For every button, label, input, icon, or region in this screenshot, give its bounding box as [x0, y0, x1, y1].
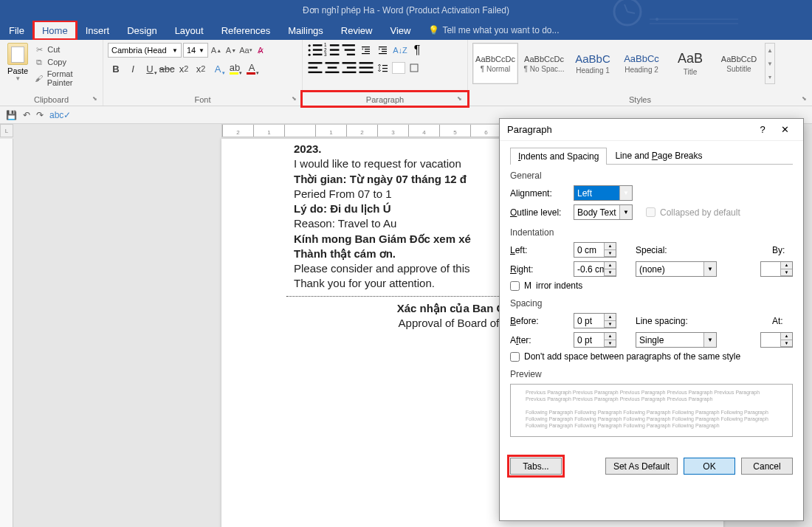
svg-rect-20 [362, 53, 370, 54]
superscript-button[interactable]: x2 [193, 61, 209, 77]
show-marks-button[interactable]: ¶ [409, 43, 425, 58]
tell-me[interactable]: 💡Tell me what you want to do... [419, 21, 568, 40]
decrease-indent-button[interactable] [358, 43, 374, 58]
svg-rect-17 [362, 46, 370, 47]
tab-layout[interactable]: Layout [166, 21, 213, 40]
align-left-button[interactable] [307, 61, 323, 75]
style-item---no-spac---[interactable]: AaBbCcDc¶ No Spac... [521, 43, 567, 84]
ok-button[interactable]: OK [684, 458, 735, 475]
group-styles: AaBbCcDc¶ NormalAaBbCcDc¶ No Spac...AaBb… [468, 40, 812, 106]
increase-indent-button[interactable] [375, 43, 391, 58]
svg-rect-13 [330, 54, 340, 55]
set-default-button[interactable]: Set As Default [605, 458, 678, 475]
tab-insert[interactable]: Insert [77, 21, 119, 40]
styles-launcher[interactable]: ⬊ [802, 95, 809, 103]
cancel-button[interactable]: Cancel [741, 458, 793, 475]
at-spinner[interactable]: ▲▼ [760, 332, 793, 348]
underline-button[interactable]: U▾ [142, 61, 158, 77]
tab-indents-spacing[interactable]: Indents and Spacing [510, 148, 607, 165]
svg-rect-23 [382, 51, 387, 52]
svg-rect-30 [326, 72, 340, 73]
after-spinner[interactable]: 0 pt▲▼ [574, 332, 616, 348]
undo-icon[interactable]: ↶ [23, 110, 30, 120]
tab-line-page-breaks[interactable]: Line and Page Breaks [607, 147, 710, 164]
font-launcher[interactable]: ⬊ [292, 95, 299, 103]
grow-font-button[interactable]: A▲ [210, 43, 223, 58]
alignment-combo[interactable]: Left▼ [574, 185, 633, 201]
highlight-button[interactable]: ab▾ [227, 61, 243, 77]
mirror-indents-checkbox[interactable]: Mirror indents [510, 280, 793, 291]
tabs-button[interactable]: Tabs... [510, 458, 562, 475]
text-effects-button[interactable]: A▾ [210, 61, 226, 77]
line-spacing-button[interactable] [375, 61, 391, 75]
line-spacing-combo[interactable]: Single▼ [636, 332, 717, 348]
change-case-button[interactable]: Aa▾ [239, 43, 252, 58]
sort-button[interactable]: A↓Z [392, 43, 408, 58]
tab-review[interactable]: Review [332, 21, 382, 40]
svg-rect-39 [382, 71, 388, 72]
italic-button[interactable]: I [125, 61, 141, 77]
font-color-button[interactable]: A▾ [244, 61, 260, 77]
svg-rect-26 [309, 66, 318, 68]
style-item---normal[interactable]: AaBbCcDc¶ Normal [472, 43, 518, 84]
style-item-subtitle[interactable]: AaBbCcDSubtitle [716, 43, 762, 84]
numbering-button[interactable]: 123 [324, 43, 340, 58]
alignment-label: Alignment: [510, 188, 569, 199]
bold-button[interactable]: B [108, 61, 124, 77]
save-icon[interactable]: 💾 [6, 110, 17, 120]
tab-file[interactable]: File [0, 21, 33, 40]
paragraph-launcher[interactable]: ⬊ [457, 95, 464, 103]
align-right-button[interactable] [341, 61, 357, 75]
svg-rect-14 [343, 44, 355, 46]
preview-box: Previous Paragraph Previous Paragraph Pr… [510, 384, 793, 437]
indent-left-spinner[interactable]: 0 cm▲▼ [574, 242, 616, 258]
help-button[interactable]: ? [751, 124, 774, 135]
svg-rect-7 [313, 54, 323, 55]
format-painter-button[interactable]: 🖌Format Painter [34, 69, 98, 87]
font-size-combo[interactable]: 14▼ [183, 43, 208, 58]
align-center-button[interactable] [324, 61, 340, 75]
svg-rect-27 [309, 72, 323, 73]
borders-button[interactable] [406, 61, 422, 75]
tab-view[interactable]: View [381, 21, 419, 40]
vertical-ruler[interactable] [0, 139, 13, 527]
justify-button[interactable] [358, 61, 374, 75]
cut-button[interactable]: ✂Cut [34, 44, 98, 55]
close-button[interactable]: ✕ [774, 124, 796, 135]
group-paragraph: 123 A↓Z ¶ Paragraph ⬊ [303, 40, 468, 106]
shading-button[interactable] [392, 62, 405, 74]
redo-icon[interactable]: ↷ [36, 110, 44, 120]
strike-button[interactable]: abc [159, 61, 175, 77]
outline-combo[interactable]: Body Text▼ [574, 204, 633, 220]
clear-format-button[interactable]: A̷ [254, 43, 267, 58]
tab-mailings[interactable]: Mailings [279, 21, 332, 40]
tab-design[interactable]: Design [118, 21, 165, 40]
indent-right-spinner[interactable]: -0.6 cm▲▼ [574, 261, 616, 277]
dont-add-space-checkbox[interactable]: Don't add space between paragraphs of th… [510, 351, 793, 362]
style-scroll[interactable]: ▲▼▾ [765, 43, 775, 84]
style-item-heading-1[interactable]: AaBbCHeading 1 [570, 43, 616, 84]
clipboard-launcher[interactable]: ⬊ [92, 95, 100, 103]
special-combo[interactable]: (none)▼ [636, 261, 717, 277]
svg-rect-11 [330, 49, 340, 50]
spellcheck-icon[interactable]: abc✓ [49, 110, 71, 120]
paste-button[interactable]: Paste ▼ [4, 43, 31, 87]
by-spinner[interactable]: ▲▼ [760, 261, 793, 277]
svg-rect-36 [359, 72, 374, 73]
section-preview: Preview [510, 369, 793, 379]
multilevel-button[interactable] [341, 43, 357, 58]
copy-button[interactable]: ⧉Copy [34, 57, 98, 67]
subscript-button[interactable]: x2 [176, 61, 192, 77]
before-spinner[interactable]: 0 pt▲▼ [574, 313, 616, 328]
font-name-combo[interactable]: Cambria (Head▼ [108, 43, 182, 58]
svg-rect-15 [345, 49, 355, 50]
svg-rect-24 [379, 53, 387, 54]
tab-references[interactable]: References [213, 21, 279, 40]
style-item-heading-2[interactable]: AaBbCcHeading 2 [619, 43, 664, 84]
bullets-button[interactable] [307, 43, 323, 58]
line-spacing-label: Line spacing: [636, 316, 695, 326]
style-item-title[interactable]: AaBTitle [667, 43, 713, 84]
shrink-font-button[interactable]: A▼ [224, 43, 238, 58]
tab-home[interactable]: Home [33, 21, 77, 40]
group-clipboard: Paste ▼ ✂Cut ⧉Copy 🖌Format Painter Clipb… [0, 40, 103, 106]
